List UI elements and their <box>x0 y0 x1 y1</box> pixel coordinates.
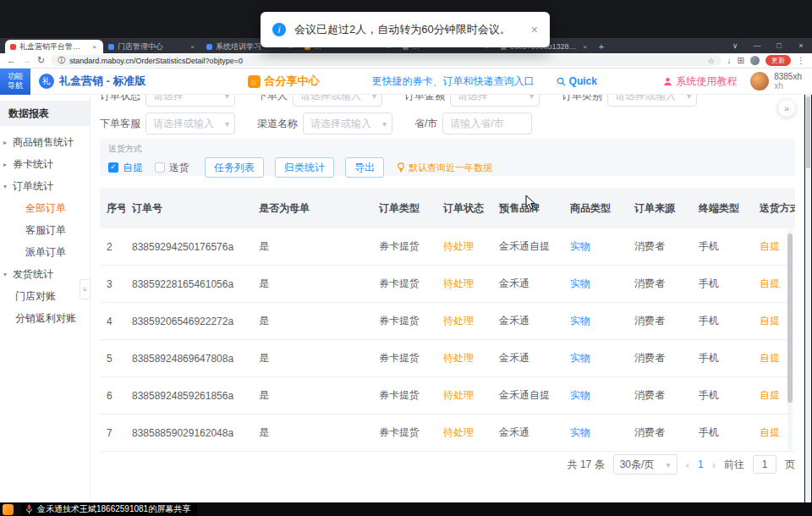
quick-search[interactable]: Quick <box>557 75 597 87</box>
filter-field: 下单客服 请选择或输入 <box>100 113 235 134</box>
quick-entry-text[interactable]: 更快捷的券卡、订单和快递查询入口 <box>372 74 535 89</box>
extensions-icon[interactable]: ⊞ <box>738 56 744 65</box>
tab-close-icon[interactable] <box>91 43 98 51</box>
table-row[interactable]: 6 83858924859261856a 是 券卡提货 待处理 金禾通自提 实物… <box>100 377 795 414</box>
filter-input[interactable]: 请选择或输入 <box>293 95 382 107</box>
address-bar[interactable]: ⓘ standard.maboy.cn/OrderStatisticsDetai… <box>51 55 721 66</box>
screen: 会议已超过2人，自动转为60分钟限时会议。 × 礼盒营销平台管理中心 门店管理中… <box>0 0 812 516</box>
table-body: 2 83859294250176576a 是 券卡提货 待处理 金禾通自提 实物… <box>100 228 795 452</box>
browser-tab[interactable]: 礼盒营销平台管理中心 <box>5 40 103 53</box>
cell-is-parent: 是 <box>252 277 372 291</box>
filter-input[interactable]: 请选择或输入 <box>607 95 697 107</box>
table-row[interactable]: 7 83858859029162048a 是 券卡提货 待处理 金禾通 实物 消… <box>100 414 795 452</box>
cell-order-no: 83859228165461056a <box>125 278 252 290</box>
prev-page-button[interactable]: ‹ <box>686 458 689 471</box>
column-header[interactable]: 商品类型 <box>563 201 628 216</box>
kebab-menu-icon[interactable]: ⋮ <box>797 56 805 65</box>
filter-input[interactable]: 请选择或输入 <box>145 113 235 134</box>
reload-icon[interactable]: ↻ <box>37 56 45 65</box>
cell-product-type[interactable]: 实物 <box>563 388 628 403</box>
sidebar-item[interactable]: ▸ 商品销售统计 <box>0 131 90 153</box>
column-header[interactable]: 订单状态 <box>436 201 492 216</box>
collapse-filters-button[interactable]: » <box>778 100 795 117</box>
sidebar-item-label: 门店对账 <box>15 289 56 304</box>
toast-message: 会议已超过2人，自动转为60分钟限时会议。 <box>294 22 511 37</box>
filter-label: 订单金额 <box>404 95 445 103</box>
column-header[interactable]: 终端类型 <box>692 201 753 216</box>
info-icon <box>272 23 286 36</box>
column-header[interactable]: 是否为母单 <box>252 201 372 216</box>
close-button[interactable]: × <box>790 38 812 53</box>
browser-tab[interactable]: 门店管理中心 <box>103 40 201 53</box>
sidebar-item[interactable]: ▸ 券卡统计 <box>0 153 90 175</box>
close-icon[interactable]: × <box>531 23 538 36</box>
tutorial-link[interactable]: 系统使用教程 <box>663 74 737 89</box>
cell-product-type[interactable]: 实物 <box>563 277 628 291</box>
filter-field: 渠道名称 请选择或输入 <box>257 113 392 134</box>
filter-input[interactable]: 请输入省/市 <box>442 113 532 134</box>
column-header[interactable]: 订单号 <box>125 201 252 216</box>
bookmark-star-icon[interactable]: ☆ <box>708 57 715 65</box>
page-size-value: 30条/页 <box>620 458 655 472</box>
next-page-button[interactable]: › <box>712 458 716 471</box>
column-header[interactable]: 订单来源 <box>628 201 692 216</box>
action-button[interactable]: 归类统计 <box>275 157 334 178</box>
table-row[interactable]: 3 83859228165461056a 是 券卡提货 待处理 金禾通 实物 消… <box>100 266 795 303</box>
cell-product-type[interactable]: 实物 <box>563 239 628 254</box>
cell-product-type[interactable]: 实物 <box>563 425 628 440</box>
sidebar-collapse-handle[interactable]: ≡ <box>80 279 91 299</box>
forward-icon[interactable]: → <box>22 56 31 65</box>
page-scrollbar-thumb[interactable] <box>806 96 810 168</box>
goto-page-input[interactable]: 1 <box>753 455 776 474</box>
table-scrollbar[interactable] <box>787 228 793 450</box>
column-header[interactable]: 送货方式 <box>753 201 795 216</box>
main-content: 订单状态 请选择 下单人 请选择或输入 订单金额 <box>91 95 804 502</box>
new-tab-button[interactable]: + <box>594 40 609 53</box>
tab-close-icon[interactable] <box>189 43 196 51</box>
sidebar-item[interactable]: ▾ 订单统计 <box>0 175 90 197</box>
tab-favicon <box>206 44 212 50</box>
delivery-checkbox[interactable]: 送货 <box>155 161 189 175</box>
column-header[interactable]: 序号 <box>100 201 125 216</box>
table-row[interactable]: 5 83858924869647808a 是 券卡提货 待处理 金禾通 实物 消… <box>100 340 795 377</box>
orders-table: 序号 订单号 是否为母单 订单类型 订单状态 预售品牌 商品类型 订单来源 终端… <box>100 188 795 452</box>
filter-input[interactable]: 请选择 <box>145 95 235 107</box>
nav-toggle-line1: 功能 <box>8 72 23 81</box>
browser-update-button[interactable]: 更新 <box>765 55 791 66</box>
profile-avatar-icon[interactable] <box>750 56 760 65</box>
downloads-icon[interactable]: ↓ <box>727 56 732 65</box>
share-center-link[interactable]: ⌂ 合分享中心 <box>248 74 320 89</box>
filter-input[interactable]: 请选择或输入 <box>303 113 392 134</box>
sidebar-item[interactable]: 全部订单 <box>0 197 90 219</box>
sidebar-item[interactable]: 派单订单 <box>0 241 90 263</box>
sidebar-item[interactable]: 客服订单 <box>0 219 90 241</box>
delivery-checkbox[interactable]: 自提 <box>108 161 143 175</box>
action-button[interactable]: 任务列表 <box>205 157 264 178</box>
browser-toolbar: ← → ↻ ⓘ standard.maboy.cn/OrderStatistic… <box>0 53 812 69</box>
maximize-button[interactable]: □ <box>768 38 790 53</box>
page-scrollbar[interactable] <box>805 95 811 502</box>
action-button[interactable]: 导出 <box>345 157 384 178</box>
cell-product-type[interactable]: 实物 <box>563 314 628 328</box>
sidebar-item[interactable]: 门店对账 <box>0 285 90 307</box>
table-scrollbar-thumb[interactable] <box>787 233 793 403</box>
taskbar-app-icon[interactable] <box>3 504 14 515</box>
back-icon[interactable]: ← <box>7 56 16 65</box>
current-page[interactable]: 1 <box>698 458 704 470</box>
nav-toggle-button[interactable]: 功能 导航 <box>0 69 30 95</box>
table-row[interactable]: 4 83859206546922272a 是 券卡提货 待处理 金禾通 实物 消… <box>100 303 795 340</box>
tab-close-icon[interactable] <box>581 43 589 51</box>
column-header[interactable]: 订单类型 <box>372 201 436 216</box>
cell-terminal: 手机 <box>692 277 753 291</box>
tab-search-icon[interactable]: ∨ <box>724 38 746 53</box>
minimize-button[interactable]: — <box>746 38 768 53</box>
cell-product-type[interactable]: 实物 <box>563 351 628 365</box>
sidebar-item[interactable]: 分销返利对账 <box>0 307 90 329</box>
table-row[interactable]: 2 83859294250176576a 是 券卡提货 待处理 金禾通自提 实物… <box>100 228 795 266</box>
sidebar-item[interactable]: ▾ 发货统计 <box>0 263 90 285</box>
page-size-select[interactable]: 30条/页 <box>613 454 678 475</box>
user-menu[interactable]: 8385xh xh <box>750 72 802 91</box>
filter-input[interactable]: 请选择 <box>450 95 540 107</box>
delivery-checkbox-group: 自提 送货 <box>108 161 189 175</box>
site-info-icon[interactable]: ⓘ <box>58 55 65 66</box>
